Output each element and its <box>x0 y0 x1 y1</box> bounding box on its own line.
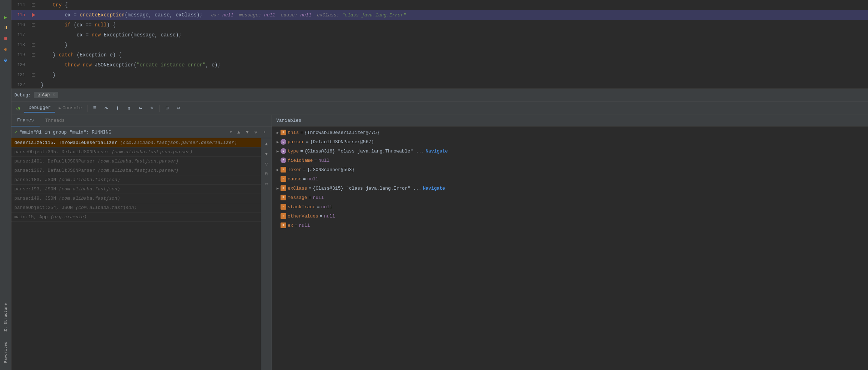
gutter-115[interactable] <box>29 13 38 17</box>
var-eq-stacktrace: = <box>317 204 320 210</box>
step-into-btn[interactable]: ⬇ <box>112 103 123 113</box>
scroll-down-btn[interactable]: ▼ <box>262 150 271 158</box>
debug-tab-app[interactable]: 🖥 App × <box>34 92 58 98</box>
frame-method-0: deserialze:115, ThrowableDeserializer <box>14 140 120 145</box>
frame-item-3[interactable]: parse:1367, DefaultJSONParser (com.aliba… <box>11 166 261 175</box>
debug-tab-name: App <box>42 92 50 98</box>
frame-item-4[interactable]: parse:183, JSON (com.alibaba.fastjson) <box>11 175 261 185</box>
frame-item-8[interactable]: main:15, App (org.example) <box>11 212 261 222</box>
favorites-label[interactable]: Favorites <box>4 339 8 367</box>
settings-btn[interactable]: ⚙ <box>1 56 10 64</box>
gutter-114[interactable]: − <box>29 3 38 7</box>
var-name-message: message <box>288 195 307 200</box>
var-value-this: {ThrowableDeserializer@775} <box>304 130 380 135</box>
frame-item-5[interactable]: parse:193, JSON (com.alibaba.fastjson) <box>11 185 261 194</box>
var-item-this[interactable]: ▶ ≡ this = {ThrowableDeserializer@775} <box>272 128 868 137</box>
tab-console[interactable]: ▶ Console <box>56 104 85 112</box>
step-out-btn[interactable]: ⬆ <box>124 103 135 113</box>
copy-btn[interactable]: ⎘ <box>262 170 271 178</box>
var-name-exclass: exClass <box>288 186 307 191</box>
fold-icon-121[interactable]: − <box>32 73 35 77</box>
var-eq-lexer: = <box>303 167 306 172</box>
var-eq-othervalues: = <box>320 214 323 219</box>
filter-frames-btn[interactable]: ▽ <box>262 160 271 168</box>
var-navigate-type[interactable]: Navigate <box>426 149 448 154</box>
resume-btn[interactable]: ▶ <box>1 13 10 21</box>
code-line-121: 121 − } <box>11 70 868 80</box>
variables-panel: Variables ▶ ≡ this = {ThrowableDeseriali… <box>272 115 868 370</box>
var-item-exclass[interactable]: ▶ ≡ exClass = {Class@315} "class java.la… <box>272 184 868 193</box>
var-value-ex: null <box>299 223 310 228</box>
z-structure-label[interactable]: Z: Structure <box>4 300 8 336</box>
line-num-119: 119 <box>11 52 29 58</box>
variables-title: Variables <box>276 118 301 123</box>
var-name-this: this <box>288 130 299 135</box>
thread-dropdown-btn[interactable]: ▾ <box>227 129 234 136</box>
step-over-btn[interactable]: ↷ <box>101 103 112 113</box>
var-eq-ex: = <box>295 223 298 228</box>
export-btn[interactable]: ∞ <box>262 180 271 188</box>
fold-icon-118[interactable]: − <box>32 43 35 47</box>
run-to-cursor-btn[interactable]: ↪ <box>135 103 146 113</box>
var-item-ex[interactable]: ▶ ≡ ex = null <box>272 221 868 230</box>
var-expand-type[interactable]: ▶ <box>275 148 281 154</box>
frame-pkg-0: (com.alibaba.fastjson.parser.deserialize… <box>120 140 237 145</box>
var-item-parser[interactable]: ▶ p parser = {DefaultJSONParser@567} <box>272 137 868 146</box>
var-expand-exclass[interactable]: ▶ <box>275 185 281 191</box>
code-content-117: ex = new Exception(message, cause); <box>38 30 865 40</box>
thread-up-btn[interactable]: ▲ <box>234 128 243 136</box>
rerun-btn[interactable]: ↺ <box>13 103 24 113</box>
frame-item-6[interactable]: parse:149, JSON (com.alibaba.fastjson) <box>11 194 261 203</box>
fold-icon-119[interactable]: − <box>32 53 35 57</box>
var-navigate-exclass[interactable]: Navigate <box>423 186 445 191</box>
var-item-fieldname[interactable]: ▶ p fieldName = null <box>272 156 868 165</box>
var-expand-lexer[interactable]: ▶ <box>275 167 281 172</box>
var-item-cause[interactable]: ▶ ≡ cause = null <box>272 174 868 184</box>
var-item-othervalues[interactable]: ▶ ≡ otherValues = null <box>272 211 868 221</box>
frame-method-3: parse:1367, DefaultJSONParser <box>14 168 98 173</box>
frame-item-7[interactable]: parseObject:254, JSON (com.alibaba.fastj… <box>11 203 261 212</box>
gutter-121[interactable]: − <box>29 73 38 77</box>
var-icon-othervalues: ≡ <box>281 213 286 219</box>
gutter-119[interactable]: − <box>29 53 38 57</box>
var-item-lexer[interactable]: ▶ ≡ lexer = {JSONScanner@563} <box>272 165 868 174</box>
var-item-type[interactable]: ▶ p type = {Class@316} "class java.lang.… <box>272 146 868 156</box>
frame-pkg-1: (com.alibaba.fastjson.parser) <box>112 149 192 155</box>
var-expand-parser[interactable]: ▶ <box>275 139 281 145</box>
line-num-120: 120 <box>11 62 29 68</box>
debug-panel: ↺ Debugger ▶ Console ≡ ↷ ⬇ ⬆ ↪ ✎ ⊞ ⊘ Fra… <box>11 101 868 370</box>
thread-name: "main"@1 in group "main": RUNNING <box>19 130 227 135</box>
mute-breakpoints-toolbar-btn[interactable]: ⊘ <box>173 103 184 113</box>
code-content-118: } <box>38 40 865 50</box>
code-line-116: 116 − if (ex == null) { <box>11 20 868 30</box>
evaluate-btn[interactable]: ✎ <box>147 103 157 113</box>
var-expand-this[interactable]: ▶ <box>275 130 281 135</box>
breakpoints-panel-btn[interactable]: ⊞ <box>162 103 173 113</box>
fold-icon-114[interactable]: − <box>32 3 35 7</box>
var-item-message[interactable]: ▶ ≡ message = null <box>272 193 868 202</box>
thread-filter-btn[interactable]: ▽ <box>252 128 260 136</box>
list-btn[interactable]: ≡ <box>90 103 100 113</box>
tab-frames[interactable]: Frames <box>11 115 40 126</box>
code-content-119: } catch (Exception e) { <box>38 50 865 60</box>
thread-selector: ✓ "main"@1 in group "main": RUNNING ▾ ▲ … <box>11 126 272 138</box>
var-item-stacktrace[interactable]: ▶ ≡ stackTrace = null <box>272 202 868 211</box>
tab-threads[interactable]: Threads <box>40 115 71 126</box>
frame-item-2[interactable]: parse:1401, DefaultJSONParser (com.aliba… <box>11 157 261 166</box>
frames-panel: Frames Threads ✓ "main"@1 in group "main… <box>11 115 272 370</box>
frame-item-1[interactable]: parseObject:395, DefaultJSONParser (com.… <box>11 148 261 157</box>
pause-btn[interactable]: ⏸ <box>1 24 10 32</box>
gutter-118[interactable]: − <box>29 43 38 47</box>
mute-breakpoints-btn[interactable]: ⊘ <box>1 45 10 54</box>
frame-item-0[interactable]: deserialze:115, ThrowableDeserializer (c… <box>11 138 261 148</box>
tab-debugger[interactable]: Debugger <box>24 104 55 112</box>
panel-action-btns: ▲ ▼ ▽ ⎘ ∞ <box>261 138 272 370</box>
frame-pkg-6: (com.alibaba.fastjson) <box>59 196 120 201</box>
fold-icon-116[interactable]: − <box>32 23 35 27</box>
debug-tab-close[interactable]: × <box>52 92 55 98</box>
gutter-116[interactable]: − <box>29 23 38 27</box>
scroll-up-btn[interactable]: ▲ <box>262 140 271 148</box>
thread-add-btn[interactable]: + <box>260 128 269 136</box>
stop-btn[interactable]: ■ <box>1 34 10 43</box>
thread-down-btn[interactable]: ▼ <box>243 128 252 136</box>
